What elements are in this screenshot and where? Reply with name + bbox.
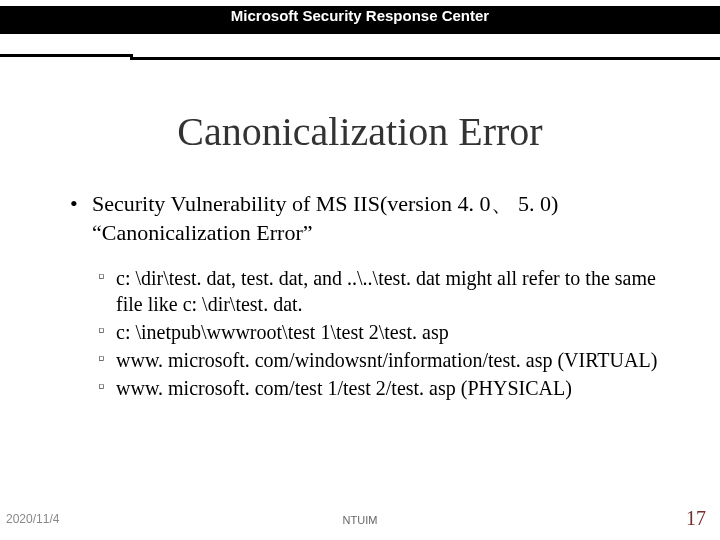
bullet-level2-list: c: \dir\test. dat, test. dat, and ..\..\… — [98, 265, 680, 401]
footer-center: NTUIM — [0, 514, 720, 526]
header-underline — [0, 54, 720, 60]
slide: Microsoft Security Response Center Canon… — [0, 0, 720, 540]
bullet-level2-item: c: \inetpub\wwwroot\test 1\test 2\test. … — [98, 319, 680, 345]
bullet-level2-text: www. microsoft. com/test 1/test 2/test. … — [116, 377, 572, 399]
header-label: Microsoft Security Response Center — [231, 7, 489, 24]
footer-page-number: 17 — [686, 507, 706, 530]
bullet-level2-text: www. microsoft. com/windowsnt/informatio… — [116, 349, 657, 371]
bullet-level2-text: c: \inetpub\wwwroot\test 1\test 2\test. … — [116, 321, 449, 343]
header-bar: Microsoft Security Response Center — [0, 6, 720, 34]
slide-content: Security Vulnerability of MS IIS(version… — [70, 190, 680, 403]
slide-title: Canonicalization Error — [0, 108, 720, 155]
bullet-level2-item: c: \dir\test. dat, test. dat, and ..\..\… — [98, 265, 680, 317]
bullet-level2-text: c: \dir\test. dat, test. dat, and ..\..\… — [116, 267, 656, 315]
bullet-level2-item: www. microsoft. com/test 1/test 2/test. … — [98, 375, 680, 401]
bullet-level1-text: Security Vulnerability of MS IIS(version… — [92, 191, 558, 245]
bullet-level2-item: www. microsoft. com/windowsnt/informatio… — [98, 347, 680, 373]
bullet-level1: Security Vulnerability of MS IIS(version… — [70, 190, 680, 247]
